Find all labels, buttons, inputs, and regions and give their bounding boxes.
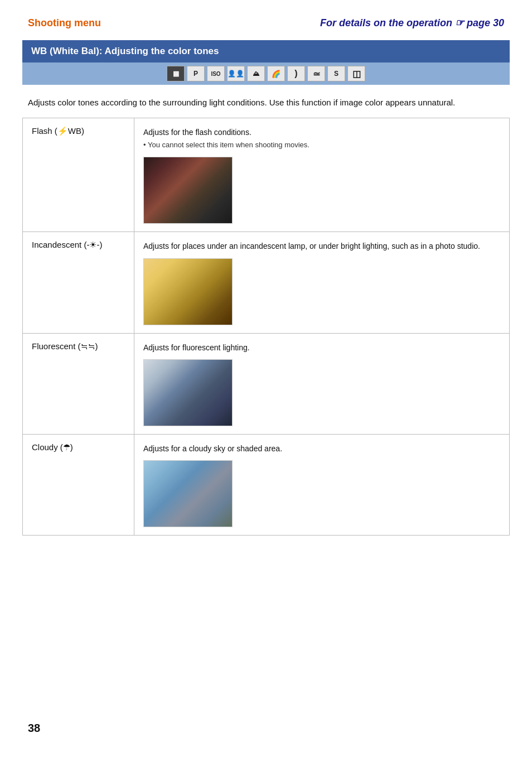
cloudy-desc: Adjusts for a cloudy sky or shaded area. bbox=[143, 444, 282, 453]
page-number: 38 bbox=[28, 722, 40, 735]
item-label-cloudy: Cloudy (☂) bbox=[23, 434, 134, 535]
item-label-fluorescent: Fluorescent (≒≒) bbox=[23, 333, 134, 434]
for-details-label: For details on the operation ☞ page 30 bbox=[320, 17, 504, 29]
mode-icon-people: 👤👤 bbox=[227, 66, 245, 81]
page-header: Shooting menu For details on the operati… bbox=[0, 0, 532, 40]
shooting-menu-label: Shooting menu bbox=[28, 17, 101, 29]
flash-note: • You cannot select this item when shoot… bbox=[143, 141, 309, 149]
mode-icon-paren: ) bbox=[287, 66, 305, 81]
page-ref: page 30 bbox=[467, 17, 504, 28]
item-label-incandescent: Incandescent (-☀-) bbox=[23, 232, 134, 333]
flash-desc: Adjusts for the flash conditions. bbox=[143, 128, 252, 137]
item-label-flash: Flash (⚡WB) bbox=[23, 118, 134, 232]
cloudy-photo bbox=[143, 460, 233, 527]
item-desc-fluorescent: Adjusts for fluorescent lighting. bbox=[134, 333, 510, 434]
flash-symbol: ⚡ bbox=[57, 126, 68, 136]
mode-icon-wave: 🌈 bbox=[267, 66, 285, 81]
mode-bar: ▦ P ISO 👤👤 ⛰ 🌈 ) ≃ S ◫ bbox=[22, 62, 510, 85]
for-details-text: For details on the operation bbox=[320, 17, 452, 28]
incandescent-desc: Adjusts for places under an incandescent… bbox=[143, 242, 480, 250]
table-row: Fluorescent (≒≒) Adjusts for fluorescent… bbox=[23, 333, 510, 434]
cursor-symbol: ☞ bbox=[455, 17, 467, 28]
table-row: Incandescent (-☀-) Adjusts for places un… bbox=[23, 232, 510, 333]
item-desc-flash: Adjusts for the flash conditions. • You … bbox=[134, 118, 510, 232]
flash-photo bbox=[143, 157, 233, 224]
mode-icon-camera: ▦ bbox=[167, 66, 185, 81]
fluorescent-photo bbox=[143, 359, 233, 426]
fluorescent-desc: Adjusts for fluorescent lighting. bbox=[143, 343, 250, 352]
content-table: Flash (⚡WB) Adjusts for the flash condit… bbox=[22, 118, 510, 536]
incandescent-photo bbox=[143, 258, 233, 325]
mode-icon-iso: ISO bbox=[207, 66, 225, 81]
mode-icon-s: S bbox=[327, 66, 345, 81]
mode-icon-grid: ◫ bbox=[347, 66, 365, 81]
table-row: Cloudy (☂) Adjusts for a cloudy sky or s… bbox=[23, 434, 510, 535]
mode-icon-mountain: ⛰ bbox=[247, 66, 265, 81]
mode-icon-tilde: ≃ bbox=[307, 66, 325, 81]
table-row: Flash (⚡WB) Adjusts for the flash condit… bbox=[23, 118, 510, 232]
item-desc-incandescent: Adjusts for places under an incandescent… bbox=[134, 232, 510, 333]
section-title: WB (White Bal): Adjusting the color tone… bbox=[22, 40, 510, 62]
description-text: Adjusts color tones according to the sur… bbox=[28, 96, 504, 109]
mode-icon-p: P bbox=[187, 66, 205, 81]
item-desc-cloudy: Adjusts for a cloudy sky or shaded area. bbox=[134, 434, 510, 535]
